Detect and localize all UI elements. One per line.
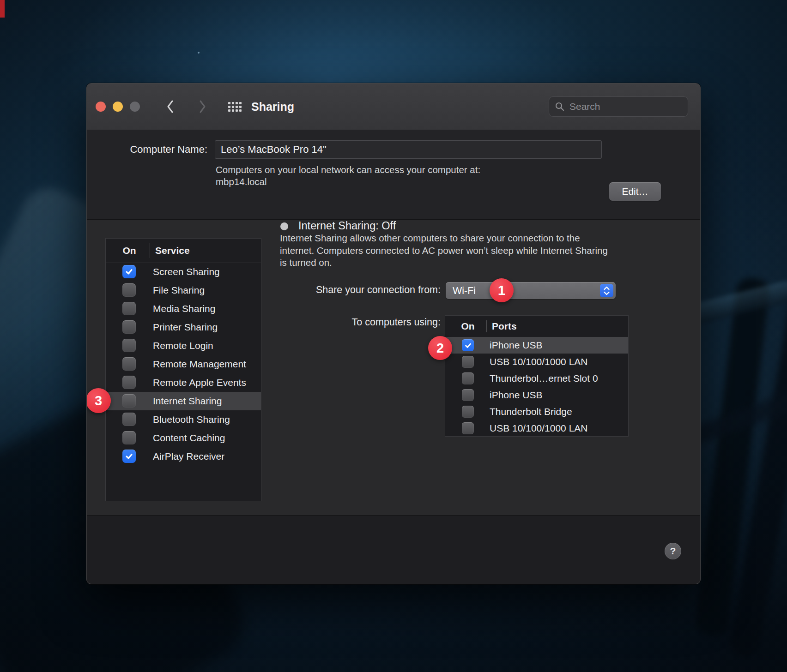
computer-name-input[interactable] <box>215 140 602 159</box>
local-network-caption: Computers on your local network can acce… <box>216 164 480 188</box>
service-label: Internet Sharing <box>153 396 222 407</box>
services-rows: Screen SharingFile SharingMedia SharingP… <box>106 263 261 466</box>
traffic-light-minimize[interactable] <box>113 102 123 112</box>
port-checkbox[interactable] <box>462 372 474 384</box>
service-row[interactable]: Remote Management <box>106 355 261 373</box>
service-label: File Sharing <box>153 285 205 296</box>
internet-sharing-status: Internet Sharing: Off <box>298 220 396 232</box>
services-table-header: On Service <box>106 239 261 263</box>
service-checkbox[interactable] <box>122 283 136 297</box>
port-row[interactable]: iPhone USB <box>445 387 628 403</box>
port-row[interactable]: Thunderbolt Bridge <box>445 403 628 420</box>
port-checkbox[interactable] <box>462 389 474 401</box>
service-checkbox[interactable] <box>122 320 136 334</box>
service-checkbox[interactable] <box>122 302 136 315</box>
ports-column-on: On <box>460 321 476 332</box>
port-label: iPhone USB <box>490 340 542 351</box>
show-all-grid-icon[interactable] <box>228 102 242 112</box>
traffic-light-zoom[interactable] <box>130 102 140 112</box>
services-column-on: On <box>121 245 137 256</box>
caption-line-1: Computers on your local network can acce… <box>216 164 480 176</box>
service-row[interactable]: Remote Apple Events <box>106 373 261 392</box>
service-row[interactable]: Remote Login <box>106 336 261 355</box>
status-dot-icon <box>280 222 288 230</box>
sharing-preferences-window: Sharing Computer Name: Computers on your… <box>86 83 701 584</box>
service-label: AirPlay Receiver <box>153 451 224 462</box>
services-table: On Service Screen SharingFile SharingMed… <box>105 238 261 501</box>
traffic-light-close[interactable] <box>96 102 106 112</box>
service-checkbox[interactable] <box>122 431 136 444</box>
service-checkbox[interactable] <box>122 394 136 408</box>
port-row[interactable]: USB 10/100/1000 LAN <box>445 354 628 370</box>
back-button[interactable] <box>163 98 177 115</box>
port-label: Thunderbolt Bridge <box>490 406 572 417</box>
caption-line-2: mbp14.local <box>216 176 480 188</box>
port-checkbox[interactable] <box>462 356 474 368</box>
to-computers-using-label: To computers using: <box>280 317 441 328</box>
background-red-sliver <box>0 0 5 18</box>
background-light-speck <box>198 52 200 54</box>
chevron-right-icon <box>198 99 207 114</box>
service-row[interactable]: Content Caching <box>106 429 261 447</box>
service-checkbox[interactable] <box>122 339 136 352</box>
column-divider <box>150 243 150 258</box>
callout-badge-1: 1 <box>490 278 514 302</box>
help-button[interactable]: ? <box>665 543 681 559</box>
port-row[interactable]: Thunderbol…ernet Slot 0 <box>445 370 628 387</box>
service-row[interactable]: Internet Sharing <box>106 392 261 410</box>
service-checkbox[interactable] <box>122 413 136 426</box>
ports-column-ports: Ports <box>492 321 517 332</box>
service-checkbox[interactable] <box>122 265 136 278</box>
internet-sharing-description: Internet Sharing allows other computers … <box>280 232 614 269</box>
search-input[interactable] <box>549 96 688 117</box>
ports-table: On Ports iPhone USBUSB 10/100/1000 LANTh… <box>445 315 629 437</box>
port-label: USB 10/100/1000 LAN <box>490 356 587 367</box>
service-label: Remote Login <box>153 340 213 351</box>
service-label: Screen Sharing <box>153 266 220 277</box>
port-checkbox[interactable] <box>462 422 474 434</box>
computer-name-label: Computer Name: <box>115 144 207 156</box>
port-label: iPhone USB <box>490 390 542 401</box>
service-label: Bluetooth Sharing <box>153 414 230 425</box>
chevron-left-icon <box>166 99 175 114</box>
forward-button[interactable] <box>195 98 209 115</box>
port-row[interactable]: iPhone USB <box>445 337 628 354</box>
column-divider <box>486 320 487 332</box>
service-checkbox[interactable] <box>122 357 136 371</box>
service-row[interactable]: Printer Sharing <box>106 318 261 336</box>
service-checkbox[interactable] <box>122 376 136 389</box>
service-row[interactable]: AirPlay Receiver <box>106 447 261 466</box>
service-label: Content Caching <box>153 432 225 444</box>
port-label: USB 10/100/1000 LAN <box>490 423 587 434</box>
popup-stepper-icon <box>600 284 613 297</box>
service-label: Remote Apple Events <box>153 377 246 388</box>
service-row[interactable]: Screen Sharing <box>106 263 261 281</box>
ports-table-header: On Ports <box>445 316 628 337</box>
service-row[interactable]: Media Sharing <box>106 300 261 318</box>
port-label: Thunderbol…ernet Slot 0 <box>490 373 598 384</box>
share-from-dropdown-value: Wi-Fi <box>453 285 476 296</box>
service-row[interactable]: File Sharing <box>106 281 261 300</box>
service-label: Remote Management <box>153 359 246 370</box>
ports-rows: iPhone USBUSB 10/100/1000 LANThunderbol…… <box>445 337 628 437</box>
callout-badge-3: 3 <box>86 388 111 413</box>
port-checkbox[interactable] <box>462 339 474 351</box>
edit-button[interactable]: Edit… <box>609 182 661 201</box>
share-from-dropdown[interactable]: Wi-Fi <box>446 282 616 299</box>
callout-badge-2: 2 <box>428 336 452 360</box>
page-title: Sharing <box>251 84 294 130</box>
bottom-section <box>87 515 700 584</box>
share-connection-from-label: Share your connection from: <box>280 284 441 296</box>
service-label: Printer Sharing <box>153 322 218 333</box>
service-checkbox[interactable] <box>122 450 136 463</box>
services-column-service: Service <box>155 245 190 256</box>
port-checkbox[interactable] <box>462 406 474 418</box>
port-row[interactable]: USB 10/100/1000 LAN <box>445 420 628 437</box>
search-icon <box>555 102 565 112</box>
service-row[interactable]: Bluetooth Sharing <box>106 410 261 429</box>
search-field <box>549 96 688 117</box>
service-label: Media Sharing <box>153 303 215 314</box>
